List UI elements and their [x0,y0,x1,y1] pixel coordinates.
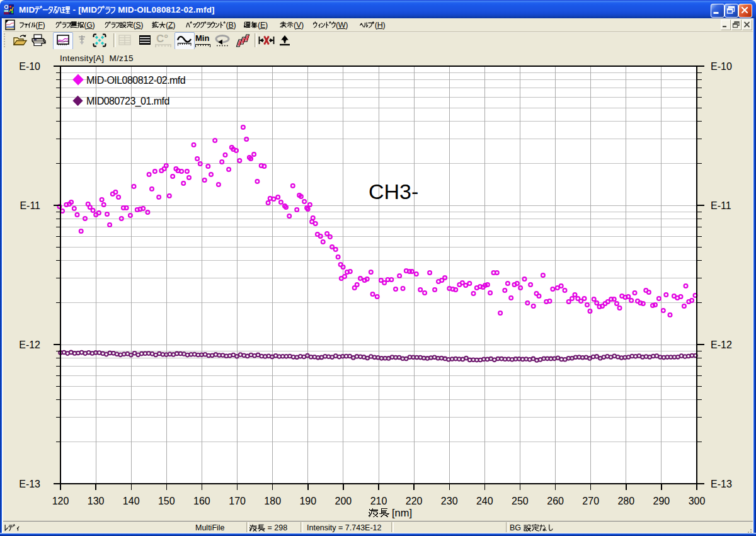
svg-text:270: 270 [582,496,599,506]
svg-text:220: 220 [406,496,423,506]
svg-text:MID-OIL080812-02.mfd: MID-OIL080812-02.mfd [86,75,185,86]
svg-text:E-11: E-11 [20,200,40,211]
svg-text:120: 120 [52,496,69,506]
svg-text:E-10: E-10 [19,61,40,72]
svg-text:280: 280 [617,496,634,506]
svg-text:170: 170 [229,496,246,506]
svg-text:290: 290 [653,496,670,506]
svg-text:[nm]: [nm] [392,507,412,518]
svg-text:MID080723_01.mfd: MID080723_01.mfd [86,96,169,107]
svg-text:E-11: E-11 [711,200,731,211]
svg-text:210: 210 [370,496,387,506]
svg-text:260: 260 [547,496,564,506]
svg-text:E-13: E-13 [19,479,40,489]
svg-text:300: 300 [689,496,706,506]
svg-text:150: 150 [158,496,175,506]
svg-text:Intensity[A] M/z15: Intensity[A] M/z15 [60,54,134,63]
svg-text:140: 140 [123,496,140,506]
svg-text:E-12: E-12 [711,339,732,350]
svg-text:240: 240 [476,496,493,506]
svg-text:180: 180 [264,496,281,506]
svg-text:190: 190 [299,496,316,506]
svg-text:200: 200 [335,496,352,506]
svg-text:250: 250 [512,496,529,506]
svg-text:E-10: E-10 [711,61,732,72]
svg-text:CH3-: CH3- [369,180,418,203]
svg-text:160: 160 [193,496,210,506]
svg-text:130: 130 [88,496,105,506]
svg-text:230: 230 [441,496,458,506]
svg-text:E-13: E-13 [711,479,732,489]
svg-text:E-12: E-12 [19,339,40,350]
